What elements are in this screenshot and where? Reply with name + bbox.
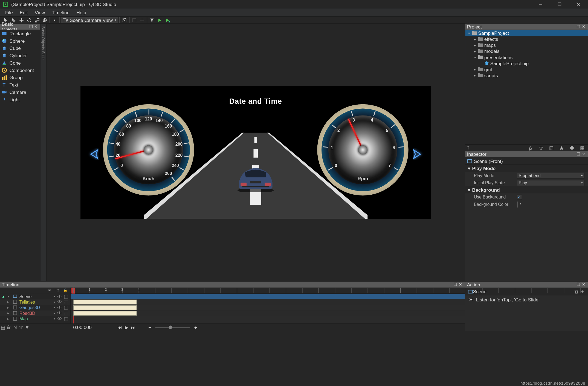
panel-undock-icon[interactable]: ❐ xyxy=(29,25,34,29)
tool-play[interactable] xyxy=(156,17,163,24)
tool-scale[interactable] xyxy=(34,17,40,24)
menu-edit[interactable]: Edit xyxy=(16,10,31,15)
timeline-tracks[interactable] xyxy=(71,294,465,324)
panel-close-icon[interactable]: ✕ xyxy=(33,25,38,29)
basic-object-group[interactable]: Group xyxy=(0,74,40,81)
inspector-section-header[interactable]: ▾Background xyxy=(465,186,588,193)
timeline-tree-row[interactable]: ▸Map•👁⬚ xyxy=(0,316,70,322)
basic-object-light[interactable]: Light xyxy=(0,96,40,103)
proj-font-icon[interactable]: T xyxy=(538,145,544,151)
tl-filter-icon[interactable]: ▼ xyxy=(24,325,30,330)
inspector-combo[interactable]: Play▾ xyxy=(517,180,584,186)
timeline-tree-row[interactable]: ▸Telltales•👁⬚ xyxy=(0,299,70,305)
nav-prev-arrow[interactable] xyxy=(86,148,99,160)
menu-help[interactable]: Help xyxy=(73,10,90,15)
basic-object-cone[interactable]: Cone xyxy=(0,59,40,67)
transport-forward[interactable]: ⏭ xyxy=(131,324,135,330)
menu-timeline[interactable]: Timeline xyxy=(48,10,73,15)
transport-rewind[interactable]: ⏮ xyxy=(117,324,122,330)
tl-dup-icon[interactable]: ⇲ xyxy=(12,324,18,330)
close-button[interactable] xyxy=(569,0,588,8)
basic-object-text[interactable]: TText xyxy=(0,81,40,88)
project-file[interactable]: SampleProject.uip xyxy=(465,60,588,66)
zoom-slider[interactable] xyxy=(155,327,190,328)
timeline-ruler[interactable]: 1234 xyxy=(71,288,465,294)
proj-behavior-icon[interactable]: ▦ xyxy=(579,145,585,151)
timeline-tree-row[interactable]: ▲▾Scene•👁⬚ xyxy=(0,294,70,299)
basic-object-label: Camera xyxy=(10,89,27,94)
basic-objects-header[interactable]: Basic Objects ❐ ✕ xyxy=(0,24,40,30)
action-item[interactable]: 👁 Listen for 'onTap', 'Go to Slide' xyxy=(465,295,588,304)
project-folder-scripts[interactable]: ▸scripts xyxy=(465,72,588,78)
inspector-color-swatch[interactable] xyxy=(517,201,518,207)
scene-camera-combo[interactable]: Scene Camera View ▾ xyxy=(61,17,118,23)
tl-col-lock-icon[interactable]: 🔒 xyxy=(63,289,68,292)
panel-undock-icon[interactable]: ❐ xyxy=(576,283,581,287)
proj-image-icon[interactable]: ▧ xyxy=(548,145,554,151)
nav-next-arrow[interactable] xyxy=(413,148,425,160)
viewport[interactable]: Date and Time xyxy=(80,86,431,219)
project-folder-effects[interactable]: ▸effects xyxy=(465,36,588,42)
inspector-section-header[interactable]: ▾Play Mode xyxy=(465,165,588,172)
timeline-footer: ▤ 🗑 ⇲ T ▼ 0:00.000 ⏮ ▶ ⏭ − + xyxy=(0,323,465,331)
maximize-button[interactable] xyxy=(550,0,569,8)
zoom-out[interactable]: − xyxy=(148,325,151,330)
gauge-rpm-unit: Rpm xyxy=(358,176,368,181)
project-folder-presentations[interactable]: ▾presentations xyxy=(465,54,588,60)
action-panel-header[interactable]: Action ❐ ✕ xyxy=(465,282,588,288)
tool-local-global[interactable] xyxy=(41,17,48,24)
tl-col-visibility-icon[interactable]: 👁 xyxy=(48,289,52,292)
svg-rect-50 xyxy=(468,290,473,293)
comp-icon xyxy=(2,67,7,73)
project-folder-maps[interactable]: ▸maps xyxy=(465,42,588,48)
proj-material-icon[interactable]: ◉ xyxy=(559,145,565,151)
tool-preview-filter[interactable] xyxy=(149,17,155,24)
panel-close-icon[interactable]: ✕ xyxy=(581,283,586,287)
menu-view[interactable]: View xyxy=(31,10,48,15)
project-panel-header[interactable]: Project ❐ ✕ xyxy=(465,24,588,30)
panel-undock-icon[interactable]: ❐ xyxy=(576,25,581,29)
panel-close-icon[interactable]: ✕ xyxy=(581,152,586,156)
inspector-combo[interactable]: Stop at end▾ xyxy=(517,172,584,178)
tool-guides[interactable] xyxy=(139,17,146,24)
tl-delete-icon[interactable]: 🗑 xyxy=(6,325,12,330)
tl-text-icon[interactable]: T xyxy=(18,325,24,330)
timeline-tree-row[interactable]: ▸Road3D•👁⬚ xyxy=(0,310,70,316)
basic-object-camera[interactable]: Camera xyxy=(0,88,40,96)
inspector-checkbox[interactable]: ✓ xyxy=(517,195,522,200)
side-tabs-strip[interactable]: Basic Objects Slide xyxy=(40,24,47,281)
panel-close-icon[interactable]: ✕ xyxy=(458,283,463,287)
panel-undock-icon[interactable]: ❐ xyxy=(453,283,458,287)
tool-rulers[interactable] xyxy=(131,17,138,24)
basic-object-sphere[interactable]: Sphere xyxy=(0,37,40,44)
timeline-tree-row[interactable]: ▸Gauges3D•👁⬚ xyxy=(0,305,70,310)
tool-play-remote[interactable] xyxy=(164,17,171,24)
tool-bounding-box[interactable] xyxy=(121,17,128,24)
minimize-button[interactable] xyxy=(531,0,550,8)
inspector-panel-header[interactable]: Inspector ❐ ✕ xyxy=(465,151,588,157)
panel-close-icon[interactable]: ✕ xyxy=(581,25,586,29)
zoom-in[interactable]: + xyxy=(194,325,197,330)
proj-effects-icon[interactable]: fx xyxy=(528,145,534,151)
basic-object-cylinder[interactable]: Cylinder xyxy=(0,52,40,59)
menu-file[interactable]: File xyxy=(2,10,16,15)
project-folder-models[interactable]: ▸models xyxy=(465,48,588,54)
basic-object-component[interactable]: Component xyxy=(0,66,40,74)
action-title: Action xyxy=(467,282,480,287)
basic-object-cube[interactable]: Cube xyxy=(0,44,40,52)
proj-model-icon[interactable]: ⬢ xyxy=(569,145,575,151)
tl-col-shy-icon[interactable]: ⬚ xyxy=(56,289,60,292)
panel-undock-icon[interactable]: ❐ xyxy=(576,152,581,156)
transport-play[interactable]: ▶ xyxy=(125,324,128,330)
tool-fit[interactable] xyxy=(51,17,58,24)
project-root[interactable]: ▾SampleProject xyxy=(465,30,588,36)
tl-add-layer-icon[interactable]: ▤ xyxy=(0,324,6,330)
svg-rect-28 xyxy=(5,75,7,79)
basic-object-label: Text xyxy=(10,82,18,87)
action-delete-button[interactable]: 🗑 xyxy=(573,289,579,294)
proj-import-icon[interactable]: ⤒ xyxy=(465,145,471,151)
basic-object-rectangle[interactable]: Rectangle xyxy=(0,30,40,37)
svg-rect-46 xyxy=(13,300,17,304)
timeline-panel-header[interactable]: Timeline ❐ ✕ xyxy=(0,282,465,288)
project-folder-qml[interactable]: ▸qml xyxy=(465,66,588,72)
